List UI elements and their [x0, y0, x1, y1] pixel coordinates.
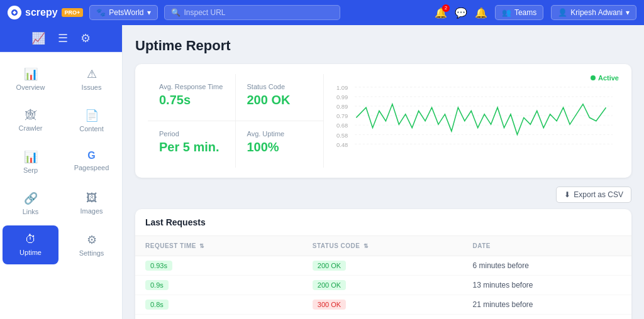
sidebar-tool-settings[interactable]: ⚙ — [80, 31, 91, 45]
logo-text: screpy — [25, 7, 58, 18]
svg-text:0.79: 0.79 — [336, 112, 348, 119]
sidebar-item-label-serp: Serp — [23, 166, 38, 174]
svg-text:0.68: 0.68 — [336, 122, 348, 129]
table-title: Last Requests — [145, 217, 206, 227]
content-icon: 📄 — [85, 109, 99, 122]
table-row: 0.9s 200 OK 13 minutes before — [135, 276, 631, 295]
avg-uptime-block: Avg. Uptime 100% — [236, 121, 324, 168]
cell-date: 13 minutes before — [462, 276, 631, 295]
requests-table-container: Last Requests REQUEST TIME ⇅ STATUS CODE… — [135, 209, 631, 319]
cell-request-time: 0.93s — [135, 256, 303, 276]
user-avatar: 👤 — [558, 8, 567, 17]
sidebar-item-label-crawler: Crawler — [19, 124, 43, 132]
active-label: Active — [598, 74, 619, 82]
main-layout: 📈 ☰ ⚙ 📊 Overview ⚠ Issues 🕸 Crawler — [0, 25, 644, 319]
teams-button[interactable]: 👥 Teams — [495, 5, 543, 20]
sort-icon-status: ⇅ — [364, 243, 369, 249]
cell-status-code: 200 OK — [303, 276, 463, 295]
crawler-icon: 🕸 — [25, 109, 36, 122]
active-badge: Active — [591, 74, 619, 82]
user-menu[interactable]: 👤 Kripesh Adwani ▾ — [551, 5, 636, 20]
sidebar-item-label-links: Links — [23, 208, 39, 215]
sidebar-tools: 📈 ☰ ⚙ — [0, 25, 122, 52]
table-title-row: Last Requests — [135, 209, 631, 236]
cell-status-code: 200 OK — [303, 315, 463, 319]
sidebar-item-crawler[interactable]: 🕸 Crawler — [3, 101, 58, 140]
notification-badge: 2 — [442, 4, 450, 12]
status-code-block: Status Code 200 OK — [236, 74, 324, 121]
col-date: DATE — [462, 236, 631, 256]
requests-table: REQUEST TIME ⇅ STATUS CODE ⇅ DATE 0.93s … — [135, 236, 631, 319]
sidebar-tool-analytics[interactable]: 📈 — [31, 31, 45, 45]
period-value: Per 5 min. — [159, 140, 224, 154]
sidebar-item-label-settings: Settings — [79, 249, 104, 257]
cell-date: 6 minutes before — [462, 256, 631, 276]
sidebar-item-label-overview: Overview — [16, 84, 45, 91]
sidebar-item-label-pagespeed: Pagespeed — [74, 164, 109, 171]
download-icon: ⬇ — [564, 190, 570, 199]
table-row: 0.8s 300 OK 21 minutes before — [135, 295, 631, 315]
col-status-code[interactable]: STATUS CODE ⇅ — [303, 236, 463, 256]
chevron-down-icon: ▾ — [626, 8, 630, 17]
svg-text:0.89: 0.89 — [336, 103, 348, 110]
table-body: 0.93s 200 OK 6 minutes before 0.9s 200 O… — [135, 256, 631, 319]
sidebar-item-serp[interactable]: 📊 Serp — [3, 143, 58, 181]
chevron-down-icon: ▾ — [147, 8, 151, 17]
page-title: Uptime Report — [135, 38, 631, 54]
sidebar: 📈 ☰ ⚙ 📊 Overview ⚠ Issues 🕸 Crawler — [0, 25, 123, 319]
cell-status-code: 300 OK — [303, 295, 463, 315]
table-header-row: ⬇ Export as CSV — [135, 187, 631, 203]
logo: screpy PRO+ — [8, 6, 83, 19]
sidebar-item-issues[interactable]: ⚠ Issues — [64, 60, 119, 99]
sidebar-tool-list[interactable]: ☰ — [58, 31, 68, 45]
search-icon: 🔍 — [171, 8, 180, 17]
sidebar-item-images[interactable]: 🖼 Images — [64, 184, 119, 223]
cell-request-time: 0.84s — [135, 315, 303, 319]
search-bar: 🔍 — [164, 5, 340, 20]
period-block: Period Per 5 min. — [148, 121, 236, 168]
table-header-row: REQUEST TIME ⇅ STATUS CODE ⇅ DATE — [135, 236, 631, 256]
status-code-badge: 200 OK — [313, 280, 346, 290]
sidebar-item-settings[interactable]: ⚙ Settings — [64, 225, 119, 264]
status-code-label: Status Code — [247, 83, 313, 90]
sidebar-item-label-uptime: Uptime — [19, 249, 42, 256]
nav-right: 🔔 2 💬 🔔 👥 Teams 👤 Kripesh Adwani ▾ — [435, 5, 636, 20]
col-request-time[interactable]: REQUEST TIME ⇅ — [135, 236, 303, 256]
table-row: 0.84s 200 OK 28 minutes before — [135, 315, 631, 319]
sidebar-item-pagespeed[interactable]: G Pagespeed — [64, 143, 119, 181]
svg-text:1.09: 1.09 — [336, 84, 348, 91]
avg-response-time-value: 0.75s — [159, 93, 224, 107]
avg-uptime-value: 100% — [247, 140, 313, 154]
request-time-badge: 0.93s — [145, 261, 172, 271]
message-icon[interactable]: 💬 — [455, 7, 467, 19]
project-icon: 🐾 — [96, 8, 106, 17]
alert-icon[interactable]: 🔔 — [475, 7, 487, 19]
uptime-icon: ⏱ — [25, 233, 36, 246]
sort-icon-request: ⇅ — [199, 243, 205, 249]
project-selector[interactable]: 🐾 PetsWorld ▾ — [89, 5, 157, 20]
cell-date: 28 minutes before — [462, 315, 631, 319]
table-head: REQUEST TIME ⇅ STATUS CODE ⇅ DATE — [135, 236, 631, 256]
sidebar-item-content[interactable]: 📄 Content — [64, 101, 119, 140]
export-csv-button[interactable]: ⬇ Export as CSV — [556, 187, 631, 203]
sidebar-item-overview[interactable]: 📊 Overview — [3, 60, 58, 99]
notification-icon[interactable]: 🔔 2 — [435, 7, 447, 19]
search-input[interactable] — [184, 8, 333, 17]
chart-svg: 1.09 0.99 0.89 0.79 0.68 0.58 0.48 — [336, 80, 613, 161]
avg-uptime-label: Avg. Uptime — [247, 130, 313, 138]
main-content: Uptime Report Avg. Response Time 0.75s S… — [123, 25, 644, 319]
project-name: PetsWorld — [109, 8, 143, 17]
sidebar-item-links[interactable]: 🔗 Links — [3, 184, 58, 223]
cell-status-code: 200 OK — [303, 256, 463, 276]
export-label: Export as CSV — [574, 190, 623, 199]
issues-icon: ⚠ — [87, 67, 97, 81]
stats-meta: Avg. Response Time 0.75s Status Code 200… — [148, 74, 324, 168]
sidebar-item-uptime[interactable]: ⏱ Uptime — [3, 225, 58, 264]
stats-card: Avg. Response Time 0.75s Status Code 200… — [135, 64, 631, 178]
uptime-chart: Active 1.09 0.99 0.89 0.79 0.68 0.58 0.4… — [324, 74, 619, 168]
cell-date: 21 minutes before — [462, 295, 631, 315]
links-icon: 🔗 — [24, 192, 38, 205]
request-time-badge: 0.9s — [145, 280, 169, 290]
sidebar-item-label-content: Content — [79, 125, 104, 132]
sidebar-item-label-images: Images — [80, 207, 103, 215]
